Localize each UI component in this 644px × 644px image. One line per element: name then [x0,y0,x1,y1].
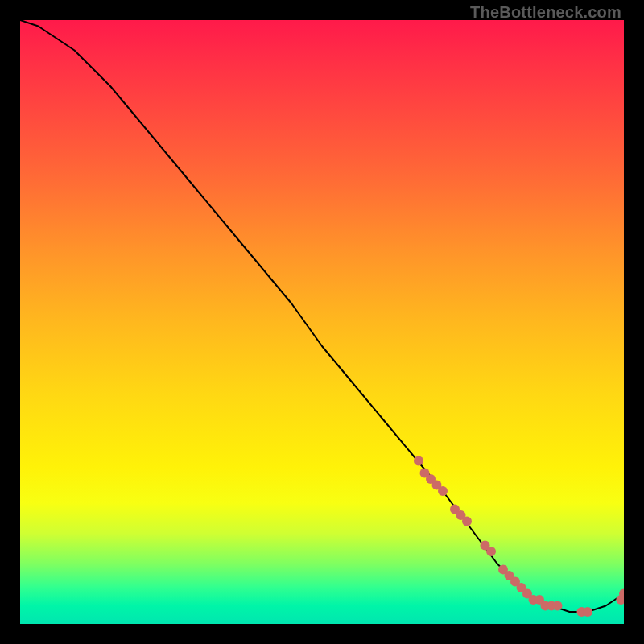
watermark-text: TheBottleneck.com [470,3,621,22]
data-marker [553,601,563,611]
marker-group [414,456,624,617]
plot-area [20,20,624,624]
data-marker [462,517,472,526]
data-marker [414,456,423,466]
chart-frame: TheBottleneck.com [0,0,644,644]
curve-line [20,20,624,612]
chart-svg [20,20,624,624]
data-marker [486,547,496,556]
data-marker [583,607,592,617]
data-marker [438,486,448,496]
